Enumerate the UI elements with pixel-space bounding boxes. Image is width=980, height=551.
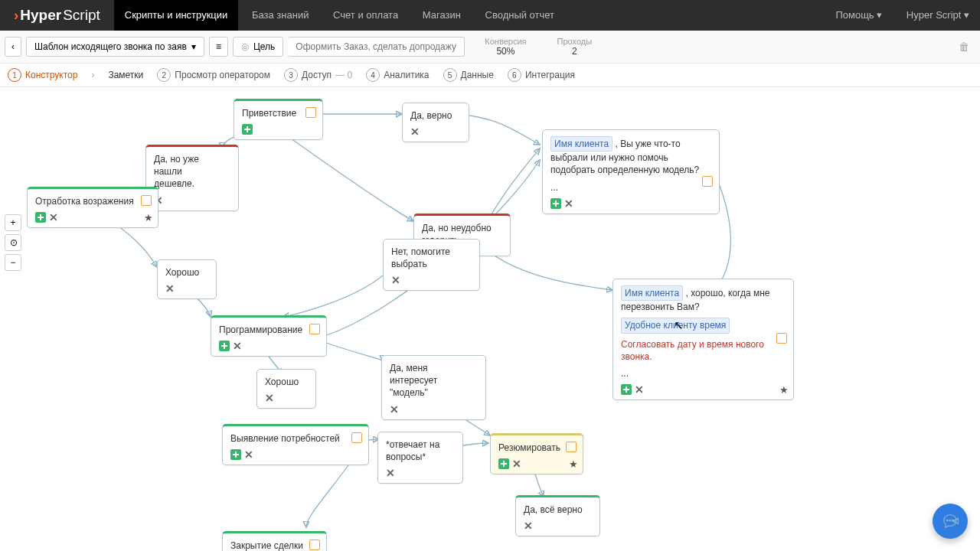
- close-icon[interactable]: ✕: [524, 520, 533, 531]
- node-speech-chosen[interactable]: Имя клиента , Вы уже что-то выбрали или …: [542, 129, 720, 214]
- var-client-name: Имя клиента: [621, 285, 683, 301]
- node-ok-2[interactable]: Хорошо ✕: [256, 369, 316, 409]
- close-icon[interactable]: ✕: [386, 468, 395, 478]
- node-programming[interactable]: Программирование ✕: [211, 315, 327, 357]
- node-needs[interactable]: Выявление потребностей ✕: [222, 424, 369, 465]
- step-sep: ›: [91, 70, 94, 80]
- close-icon[interactable]: ✕: [512, 458, 521, 469]
- node-text: Хорошо: [165, 266, 208, 279]
- var-client-name: Имя клиента: [550, 136, 612, 152]
- add-icon[interactable]: [550, 198, 561, 209]
- nav-billing[interactable]: Счет и оплата: [322, 0, 409, 31]
- node-summarize[interactable]: Резюмировать ★ ✕: [490, 433, 583, 474]
- node-greeting[interactable]: Приветствие: [234, 99, 323, 140]
- close-icon[interactable]: ✕: [49, 212, 58, 223]
- brand-logo: › HyperScript: [0, 7, 114, 24]
- add-icon[interactable]: [35, 212, 46, 223]
- step-constructor[interactable]: 1Конструктор: [8, 68, 77, 82]
- node-ok-1[interactable]: Хорошо ✕: [157, 259, 217, 299]
- add-icon[interactable]: [219, 341, 230, 351]
- close-icon[interactable]: ✕: [265, 393, 274, 403]
- nav-knowledge[interactable]: База знаний: [241, 0, 320, 31]
- node-text: Выявление потребностей: [230, 432, 361, 445]
- step-analytics[interactable]: 4Аналитика: [366, 68, 429, 82]
- node-text: Да, верно: [410, 109, 461, 122]
- goal-checkbox[interactable]: [702, 176, 713, 187]
- menu-button[interactable]: ≡: [209, 37, 228, 57]
- zoom-reset-button[interactable]: ⊙: [5, 234, 21, 251]
- template-dropdown[interactable]: Шаблон исходящего звонка по заяв ▾: [26, 37, 204, 57]
- goal-button[interactable]: ◎Цель: [233, 37, 283, 57]
- node-text: Приветствие: [242, 107, 315, 119]
- add-icon[interactable]: [242, 124, 253, 135]
- star-icon[interactable]: ★: [144, 211, 153, 225]
- node-text: Закрытие сделки: [230, 540, 318, 551]
- node-text: Нет, помогите выбрать: [391, 246, 472, 270]
- back-button[interactable]: ‹: [5, 37, 21, 57]
- nav-store[interactable]: Магазин: [412, 0, 472, 31]
- goal-checkbox[interactable]: [305, 107, 316, 118]
- zoom-out-button[interactable]: −: [5, 254, 21, 271]
- zoom-in-button[interactable]: +: [5, 214, 21, 231]
- node-speech-callback[interactable]: Имя клиента , хорошо, когда мне перезвон…: [612, 279, 794, 400]
- node-model[interactable]: Да, меня интересует "модель" ✕: [381, 355, 486, 420]
- star-icon[interactable]: ★: [569, 458, 578, 471]
- step-notes[interactable]: Заметки: [108, 70, 143, 80]
- close-icon[interactable]: ✕: [390, 404, 399, 415]
- node-action-red: Согласовать дату и время нового звонка.: [621, 338, 786, 363]
- nav-report[interactable]: Сводный отчет: [475, 0, 566, 31]
- goal-checkbox[interactable]: [309, 324, 320, 334]
- node-cheaper[interactable]: Да, но уже нашли дешевле. ✕: [145, 145, 239, 211]
- brand-chevron-icon: ›: [14, 7, 18, 24]
- chat-icon: [942, 513, 959, 530]
- nav-scripts[interactable]: Скрипты и инструкции: [114, 0, 239, 31]
- close-icon[interactable]: ✕: [564, 198, 573, 209]
- close-icon[interactable]: ✕: [635, 384, 644, 395]
- stat-conversion: Конверсия50%: [485, 37, 526, 57]
- nav-help[interactable]: Помощь ▾: [825, 0, 893, 31]
- node-text: Резюмировать: [498, 442, 575, 454]
- primary-nav: Скрипты и инструкции База знаний Счет и …: [114, 0, 565, 31]
- canvas[interactable]: Приветствие Да, верно ✕ Да, но уже нашли…: [0, 87, 980, 551]
- node-close-deal[interactable]: Закрытие сделки: [222, 531, 327, 551]
- node-ellipsis: ...: [550, 181, 711, 194]
- node-ok-3[interactable]: Да, всё верно ✕: [515, 495, 600, 536]
- close-icon[interactable]: ✕: [233, 341, 242, 351]
- add-icon[interactable]: [498, 458, 509, 469]
- goal-checkbox[interactable]: [566, 442, 577, 452]
- node-yes-correct[interactable]: Да, верно ✕: [402, 103, 469, 142]
- goal-checkbox[interactable]: [351, 432, 362, 443]
- node-text: Да, меня интересует "модель": [390, 362, 478, 399]
- node-text: Да, но уже нашли дешевле.: [154, 153, 230, 191]
- close-icon[interactable]: ✕: [410, 126, 420, 137]
- goal-input[interactable]: [288, 37, 465, 57]
- brand-pre: Hyper: [20, 7, 61, 24]
- nav-user[interactable]: Hyper Script ▾: [896, 0, 980, 31]
- close-icon[interactable]: ✕: [244, 449, 253, 460]
- close-icon[interactable]: ✕: [165, 283, 175, 294]
- step-preview[interactable]: 2Просмотр оператором: [157, 68, 270, 82]
- node-help[interactable]: Нет, помогите выбрать ✕: [383, 239, 480, 291]
- add-icon[interactable]: [230, 449, 241, 460]
- goal-checkbox[interactable]: [309, 540, 320, 550]
- node-text: Да, всё верно: [524, 504, 592, 516]
- step-access[interactable]: 3Доступ — 0: [284, 68, 352, 82]
- add-icon[interactable]: [621, 384, 632, 395]
- chat-bubble-button[interactable]: [933, 504, 968, 539]
- goal-checkbox[interactable]: [776, 333, 787, 344]
- close-icon[interactable]: ✕: [391, 275, 400, 285]
- node-text: Программирование: [219, 324, 318, 336]
- node-objection[interactable]: Отработка возражения ★ ✕: [27, 187, 158, 228]
- node-ellipsis: ...: [621, 367, 786, 380]
- delete-icon[interactable]: 🗑: [959, 41, 969, 53]
- step-integration[interactable]: 6Интеграция: [508, 68, 575, 82]
- node-text: *отвечает на вопросы*: [386, 439, 455, 463]
- goal-checkbox[interactable]: [141, 195, 152, 206]
- node-text: Имя клиента , Вы уже что-то выбрали или …: [550, 136, 711, 177]
- step-data[interactable]: 5Данные: [443, 68, 494, 82]
- stat-passes: Проходы2: [557, 37, 593, 57]
- node-text: Имя клиента , хорошо, когда мне перезвон…: [621, 285, 786, 313]
- cursor-icon: ↖: [674, 318, 684, 332]
- node-answers[interactable]: *отвечает на вопросы* ✕: [377, 432, 463, 484]
- star-icon[interactable]: ★: [779, 383, 789, 397]
